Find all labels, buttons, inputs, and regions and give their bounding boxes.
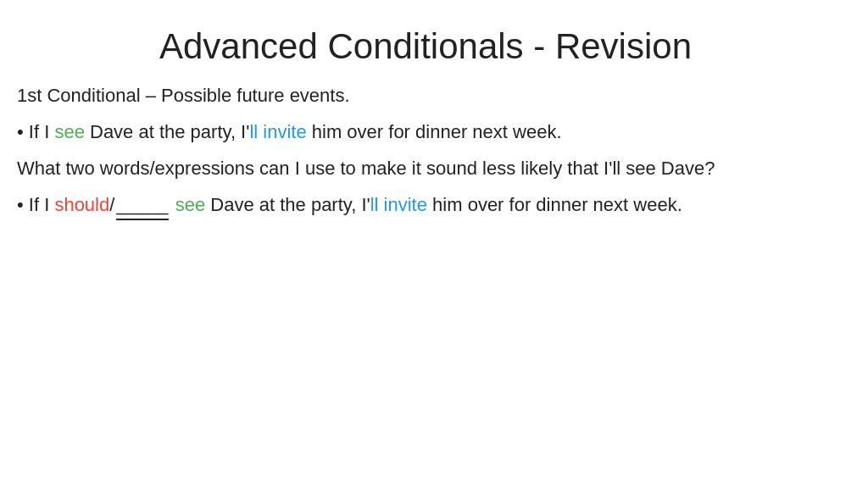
bullet-item-2: • If I should/_____ see Dave at the part… xyxy=(17,191,834,220)
bullet-2-blank: _____ xyxy=(116,191,168,220)
bullet-1-prefix: • If I xyxy=(17,121,54,142)
question-text: What two words/expressions can I use to … xyxy=(17,154,834,182)
page-title: Advanced Conditionals - Revision xyxy=(17,25,834,68)
bullet-1-ll-invite: ll invite xyxy=(249,121,306,142)
section1-subtitle: 1st Conditional – Possible future events… xyxy=(17,83,834,109)
bullet-1-middle: Dave at the party, I' xyxy=(85,121,250,142)
bullet-2-see: see xyxy=(175,194,205,215)
bullet-2-text: • If I should/_____ see Dave at the part… xyxy=(17,191,682,220)
bullet-2-middle: Dave at the party, I' xyxy=(205,194,370,215)
bullet-2-should: should xyxy=(54,194,109,215)
bullet-1-text: • If I see Dave at the party, I'll invit… xyxy=(17,118,562,146)
bullet-1-suffix: him over for dinner next week. xyxy=(307,121,562,142)
bullet-item-1: • If I see Dave at the party, I'll invit… xyxy=(17,118,834,146)
bullet-2-ll-invite: ll invite xyxy=(370,194,427,215)
bullet-1-see: see xyxy=(54,121,84,142)
bullet-2-prefix: • If I xyxy=(17,194,54,215)
bullet-2-slash: / xyxy=(109,194,114,215)
bullet-2-suffix: him over for dinner next week. xyxy=(427,194,682,215)
